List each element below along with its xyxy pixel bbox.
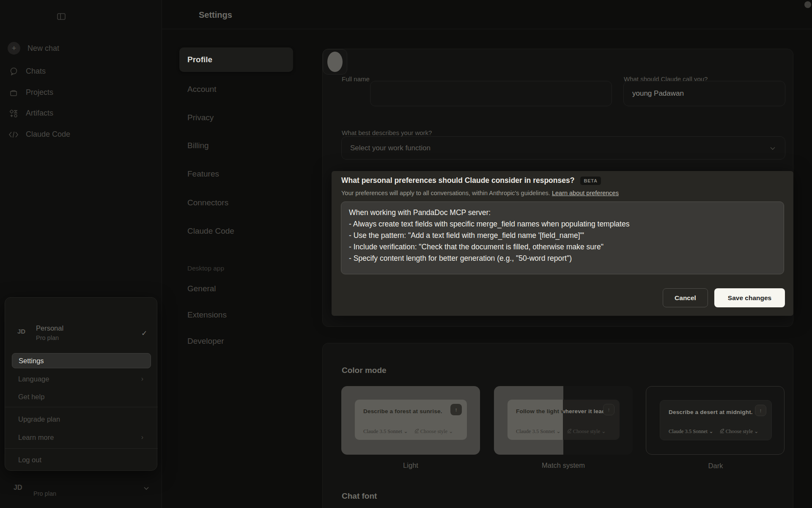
menu-divider	[5, 448, 158, 449]
work-function-select[interactable]: Select your work function	[341, 136, 785, 160]
chevron-down-icon: ⌄	[709, 428, 713, 434]
preview-prompt: Describe a desert at midnight.	[669, 409, 753, 415]
chevron-down-icon	[769, 144, 776, 152]
settings-section-desktop-app: Desktop app	[187, 265, 224, 272]
color-mode-label: Dark	[646, 462, 785, 470]
color-mode-label: Match system	[494, 461, 633, 469]
menu-item-upgrade-plan[interactable]: Upgrade plan	[12, 412, 151, 426]
plus-icon: +	[8, 42, 20, 55]
menu-divider	[5, 407, 158, 407]
color-mode-option-light[interactable]: Describe a forest at sunrise. ↑ Claude 3…	[341, 386, 480, 455]
artifacts-icon	[8, 109, 19, 118]
call-you-value: young Padawan	[632, 89, 684, 98]
preview-model-select: Claude 3.5 Sonnet ⌄	[363, 428, 408, 435]
beta-badge: BETA	[580, 177, 601, 185]
learn-about-preferences-link[interactable]: Learn about preferences	[552, 190, 619, 196]
menu-item-language[interactable]: Language ›	[12, 372, 151, 386]
menu-item-get-help[interactable]: Get help	[12, 389, 151, 404]
settings-tab-billing[interactable]: Billing	[187, 141, 209, 150]
save-changes-button[interactable]: Save changes	[714, 288, 785, 307]
sidebar-item-chats[interactable]: Chats	[8, 67, 46, 76]
check-icon: ✓	[141, 329, 147, 338]
preferences-title: What personal preferences should Claude …	[341, 176, 574, 185]
sidebar-item-label: New chat	[27, 44, 59, 53]
color-mode-option-match-system[interactable]: Follow the light wherever it leads. Foll…	[494, 386, 633, 455]
full-name-input[interactable]	[370, 81, 612, 106]
sidebar-item-new-chat[interactable]: + New chat	[8, 42, 59, 55]
call-you-input[interactable]: young Padawan	[623, 81, 785, 106]
chevron-down-icon: ⌄	[556, 428, 560, 434]
chevron-right-icon: ›	[141, 375, 143, 383]
appearance-card: Color mode Describe a forest at sunrise.…	[322, 343, 793, 508]
sidebar-item-label: Artifacts	[26, 109, 53, 118]
avatar-placeholder-shape	[327, 52, 343, 72]
chevron-right-icon: ›	[141, 433, 143, 441]
sidebar-item-claude-code[interactable]: Claude Code	[8, 130, 70, 139]
sidebar-item-projects[interactable]: Projects	[8, 88, 53, 97]
settings-tab-account[interactable]: Account	[187, 85, 217, 94]
settings-tab-developer[interactable]: Developer	[187, 337, 224, 346]
header-divider	[162, 29, 812, 29]
settings-tab-profile[interactable]: Profile	[179, 47, 293, 72]
preview-model-select: Claude 3.5 Sonnet ⌄	[669, 428, 713, 435]
code-icon	[8, 131, 19, 138]
preferences-panel: What personal preferences should Claude …	[332, 171, 793, 316]
avatar[interactable]	[323, 49, 347, 75]
sidebar-item-label: Claude Code	[26, 130, 70, 139]
footer-plan-label: Pro plan	[33, 490, 56, 497]
settings-tab-privacy[interactable]: Privacy	[187, 113, 214, 122]
cancel-button[interactable]: Cancel	[663, 288, 708, 307]
work-function-placeholder: Select your work function	[350, 144, 431, 152]
chevron-down-icon[interactable]	[143, 485, 150, 491]
preview-model-select: Claude 3.5 Sonnet ⌄	[516, 428, 561, 435]
settings-tab-extensions[interactable]: Extensions	[187, 310, 227, 320]
claude-settings-window: + New chat Chats Projects	[0, 0, 812, 508]
color-mode-title: Color mode	[342, 366, 387, 375]
sidebar-item-artifacts[interactable]: Artifacts	[8, 109, 53, 118]
chevron-down-icon: ⌄	[601, 428, 606, 434]
full-name-label: Full name	[342, 75, 370, 83]
preview-style-select: Choose style ⌄	[719, 428, 759, 435]
sidebar-item-label: Projects	[26, 88, 53, 97]
menu-item-settings[interactable]: Settings	[12, 353, 151, 368]
preferences-textarea[interactable]: When working with PandaDoc MCP server: -…	[341, 202, 784, 274]
chevron-down-icon: ⌄	[754, 428, 758, 434]
sidebar-item-label: Chats	[26, 67, 46, 76]
chevron-down-icon: ⌄	[403, 428, 408, 434]
menu-item-label: Learn more	[18, 433, 54, 442]
menu-item-log-out[interactable]: Log out	[12, 453, 151, 467]
send-arrow-icon: ↑	[603, 404, 614, 415]
menu-item-label: Log out	[18, 456, 41, 464]
settings-tab-connectors[interactable]: Connectors	[187, 198, 228, 207]
settings-tab-label: Profile	[187, 55, 212, 64]
account-plan: Pro plan	[36, 334, 59, 341]
chevron-down-icon: ⌄	[449, 428, 453, 434]
chat-font-title: Chat font	[342, 491, 377, 501]
menu-item-label: Settings	[19, 357, 44, 365]
preferences-subtitle: Your preferences will apply to all conve…	[341, 190, 550, 196]
settings-tab-features[interactable]: Features	[187, 169, 219, 179]
preview-prompt: Describe a forest at sunrise.	[363, 408, 442, 414]
account-name: Personal	[36, 324, 63, 332]
account-menu: JD Personal Pro plan ✓ Settings Language…	[5, 297, 157, 471]
menu-item-label: Upgrade plan	[18, 415, 60, 423]
settings-tab-general[interactable]: General	[187, 284, 216, 293]
send-arrow-icon: ↑	[755, 405, 766, 416]
settings-tab-claude-code[interactable]: Claude Code	[187, 226, 234, 236]
send-arrow-icon: ↑	[450, 404, 462, 415]
work-label: What best describes your work?	[342, 129, 432, 136]
menu-item-label: Get help	[18, 393, 44, 401]
notification-dot	[804, 1, 811, 8]
page-title: Settings	[199, 10, 232, 20]
sidebar-toggle-icon[interactable]	[54, 9, 69, 24]
color-mode-label: Light	[341, 461, 480, 469]
footer-avatar-initials[interactable]: JD	[14, 484, 22, 491]
menu-item-label: Language	[18, 375, 49, 383]
preview-style-select: Choose style ⌄	[567, 428, 606, 435]
preview-style-select: Choose style ⌄	[414, 428, 453, 435]
account-menu-avatar: JD	[17, 328, 25, 335]
box-icon	[8, 88, 19, 97]
color-mode-option-dark[interactable]: Describe a desert at midnight. ↑ Claude …	[646, 386, 785, 455]
chat-bubble-icon	[8, 67, 19, 76]
menu-item-learn-more[interactable]: Learn more ›	[12, 430, 151, 444]
